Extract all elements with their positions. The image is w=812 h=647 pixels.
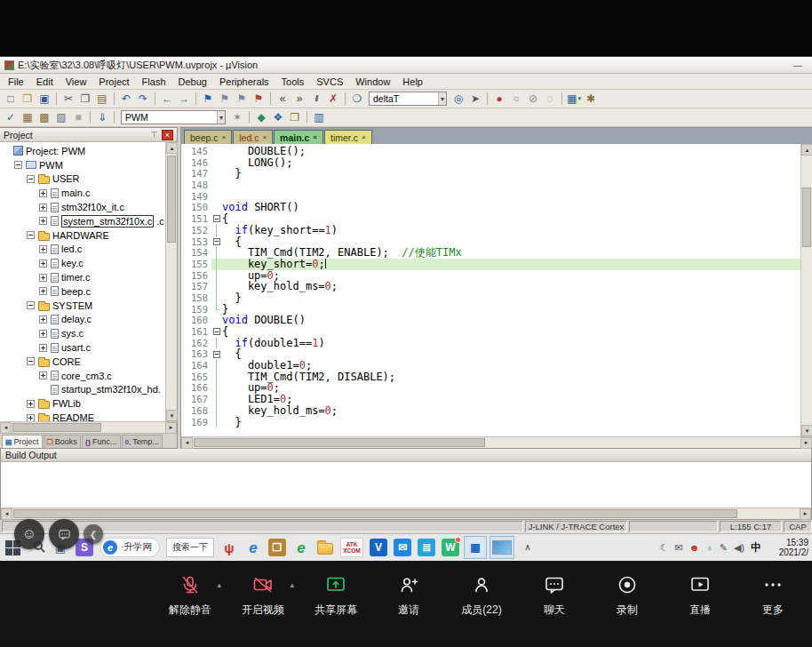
tray-user[interactable]: ☻	[689, 543, 700, 553]
tray-ime[interactable]: 中	[751, 542, 761, 553]
fold-collapse-icon[interactable]	[213, 328, 220, 335]
chat-bubble-button[interactable]	[49, 519, 79, 549]
code-area[interactable]: 145 DOUBLE();146 LONG();147 }148149150vo…	[181, 144, 800, 436]
tree-horizontal-scrollbar[interactable]: ◂ ▸	[0, 421, 177, 433]
panel-tab-books[interactable]: ❒Books	[44, 435, 81, 448]
menu-flash[interactable]: Flash	[136, 75, 172, 89]
tree-item-system[interactable]: SYSTEM	[0, 299, 165, 313]
invite-button[interactable]: 邀请	[387, 573, 430, 618]
tree-hscroll-thumb[interactable]	[12, 423, 101, 432]
record-button[interactable]: 录制	[606, 573, 649, 618]
download-to-flash[interactable]: ⇓	[94, 110, 110, 125]
tree-item-pwm[interactable]: PWM	[0, 158, 165, 172]
find-next[interactable]: ◎	[450, 92, 466, 107]
expander-plus-icon[interactable]	[27, 400, 35, 408]
tray-pen[interactable]: ✎	[720, 543, 728, 553]
minimize-button[interactable]: —	[788, 60, 808, 70]
project-window-toggle[interactable]: ▥	[311, 110, 327, 125]
search-widget[interactable]: e·升学网	[98, 536, 162, 559]
tray-volume[interactable]: ◀)	[734, 543, 744, 553]
app-ie[interactable]: e	[243, 536, 264, 559]
start-video-button[interactable]: ▴开启视频	[242, 573, 284, 618]
tray-network-globe[interactable]: ♁	[705, 543, 712, 553]
menu-edit[interactable]: Edit	[30, 75, 60, 89]
scroll-down-icon[interactable]: ▾	[801, 425, 812, 436]
tree-scroll-thumb[interactable]	[167, 156, 176, 243]
menu-help[interactable]: Help	[396, 75, 429, 89]
editor-scroll-track[interactable]	[801, 156, 812, 425]
fold-collapse-icon[interactable]	[213, 238, 220, 245]
tree-item-key-c[interactable]: key.c	[0, 256, 165, 270]
translate-file[interactable]: ✓	[3, 110, 19, 125]
stop-build[interactable]: ■	[70, 110, 86, 125]
disable-all-breakpoints[interactable]: ⊘	[525, 92, 541, 107]
fold-collapse-icon[interactable]	[213, 215, 220, 222]
app-xcom[interactable]: ATKXCOM	[338, 536, 365, 559]
tree-item-core[interactable]: CORE	[0, 355, 165, 369]
configure-tools[interactable]: ✱	[583, 92, 599, 107]
indent-left[interactable]: «	[275, 92, 291, 107]
scroll-left-icon[interactable]: ◂	[0, 422, 12, 434]
comment-selection[interactable]: //	[308, 92, 324, 107]
build[interactable]: ▦	[20, 110, 36, 125]
bookmark-clear-all[interactable]: ⚑	[251, 92, 267, 107]
kill-all-breakpoints[interactable]: ◌	[542, 92, 558, 107]
close-icon[interactable]: ×	[162, 130, 173, 140]
app-docs[interactable]: ≣	[416, 536, 437, 559]
tree-item-user[interactable]: USER	[0, 172, 165, 187]
build-output-scroll-track[interactable]	[12, 508, 800, 519]
close-tab-icon[interactable]: ×	[362, 133, 366, 141]
navigate-forward[interactable]: →	[176, 92, 192, 107]
expander-plus-icon[interactable]	[39, 204, 47, 212]
app-v-meeting[interactable]: V	[368, 536, 389, 559]
tree-scroll-track[interactable]	[166, 154, 177, 410]
editor-tab-led-c[interactable]: led.c×	[233, 130, 273, 144]
app-wps[interactable]: W	[440, 536, 461, 559]
bookmark-next[interactable]: ⚑	[234, 92, 250, 107]
tree-item-project--pwm[interactable]: Project: PWM	[0, 144, 165, 158]
app-meeting-active[interactable]: ▦	[464, 536, 487, 559]
build-output-content[interactable]	[1, 462, 811, 507]
unmute-button[interactable]: ▴解除静音	[169, 573, 211, 618]
expander-plus-icon[interactable]	[39, 217, 47, 225]
tree-item-startup-stm32f10x-hd-[interactable]: startup_stm32f10x_hd.	[0, 383, 165, 397]
file-explorer[interactable]	[314, 536, 336, 559]
tree-item-main-c[interactable]: main.c	[0, 186, 165, 200]
chat-button[interactable]: 聊天	[533, 573, 576, 618]
app-briefcase[interactable]: ❒	[267, 536, 288, 559]
scroll-right-icon[interactable]: ▸	[165, 422, 177, 434]
pin-icon[interactable]: ⊤	[149, 131, 159, 140]
scroll-right-icon[interactable]: ▸	[800, 437, 812, 449]
bookmark-previous[interactable]: ⚑	[217, 92, 233, 107]
build-output-header[interactable]: Build Output	[1, 449, 811, 462]
share-preview[interactable]	[490, 536, 514, 559]
fold-collapse-icon[interactable]	[213, 351, 220, 358]
cut[interactable]: ✂	[60, 92, 76, 107]
tree-item-sys-c[interactable]: sys.c	[0, 326, 165, 340]
menu-project[interactable]: Project	[92, 75, 135, 89]
build-output-scrollbar[interactable]: ◂ ▸	[1, 507, 811, 519]
tree-item-core-cm3-c[interactable]: core_cm3.c	[0, 369, 165, 383]
share-screen-button[interactable]: 共享屏幕	[314, 573, 357, 618]
quick-search-button[interactable]: 搜索一下	[164, 536, 216, 559]
close-tab-icon[interactable]: ×	[313, 133, 317, 141]
menu-window[interactable]: Window	[349, 75, 396, 89]
find-text-combo[interactable]: deltaT▾	[369, 92, 447, 106]
live-button[interactable]: 直播	[679, 573, 721, 618]
expander-plus-icon[interactable]	[39, 274, 47, 282]
expander-minus-icon[interactable]	[14, 161, 22, 169]
expander-minus-icon[interactable]	[27, 175, 35, 183]
panel-tab-project[interactable]: ▤Project	[2, 435, 43, 448]
paste[interactable]: ▤	[94, 92, 110, 107]
tree-item-led-c[interactable]: led.c	[0, 243, 165, 257]
expander-plus-icon[interactable]	[39, 330, 47, 338]
expander-plus-icon[interactable]	[39, 371, 47, 379]
editor-tab-beep-c[interactable]: beep.c×	[184, 130, 232, 144]
pack-installer[interactable]: ❒	[287, 110, 303, 125]
editor-tab-main-c[interactable]: main.c×	[274, 130, 323, 144]
reactions-button[interactable]: ☺	[14, 519, 44, 549]
chevron-up-icon[interactable]: ▴	[290, 580, 294, 589]
redo[interactable]: ↷	[135, 92, 151, 107]
scroll-down-icon[interactable]: ▾	[166, 410, 178, 421]
expander-minus-icon[interactable]	[27, 301, 35, 309]
